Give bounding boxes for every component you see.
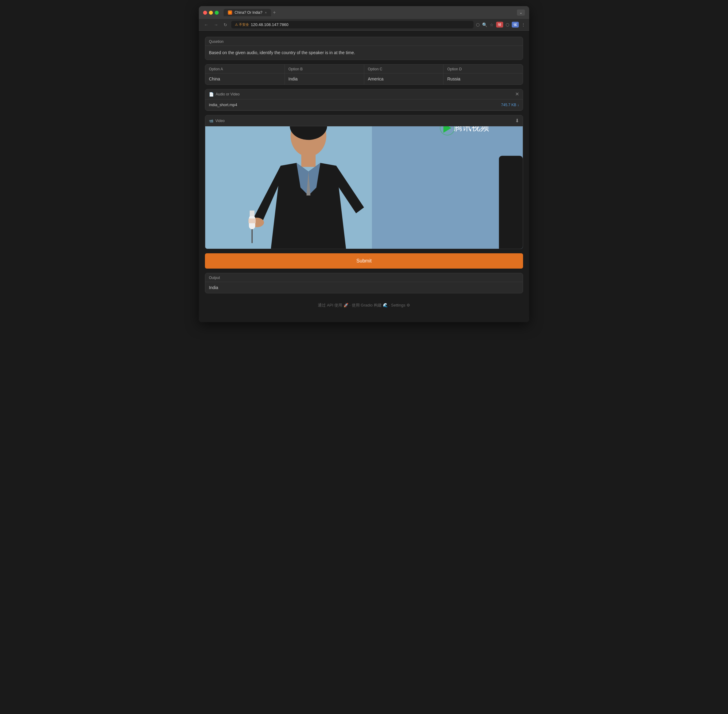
- tab-favicon-icon: 🔶: [228, 10, 232, 15]
- tab-title: China? Or India?: [235, 10, 262, 15]
- traffic-lights: [203, 11, 219, 15]
- address-bar: ← → ↻ ⚠ 不安全 120.48.108.147:7860 ⬡ 🔍 ☆ 绫 …: [199, 19, 529, 31]
- file-row: india_short.mp4 745.7 KB ↓: [205, 99, 523, 110]
- security-label: 不安全: [239, 22, 249, 27]
- option-d-cell: Option D Russia: [443, 64, 523, 84]
- file-size-download-link[interactable]: 745.7 KB ↓: [501, 103, 519, 107]
- footer: 通过 API 使用 🚀 · 使用 Gradio 构建 🌊 · Settings …: [205, 298, 523, 313]
- page-content: Qusetion Based on the given audio, ident…: [199, 31, 529, 322]
- file-upload-panel: 📄 Audio or Video ✕ india_short.mp4 745.7…: [205, 89, 523, 111]
- video-label: 📹 Video: [209, 119, 225, 123]
- forward-button[interactable]: →: [212, 22, 220, 28]
- extensions-icon[interactable]: ⬡: [506, 22, 509, 27]
- file-panel-header: 📄 Audio or Video ✕: [205, 89, 523, 99]
- svg-rect-9: [249, 218, 255, 224]
- option-c-label: Option C: [364, 64, 443, 74]
- svg-rect-4: [301, 155, 316, 167]
- question-panel: Qusetion Based on the given audio, ident…: [205, 37, 523, 60]
- address-input[interactable]: ⚠ 不安全 120.48.108.147:7860: [231, 21, 473, 28]
- option-a-value: China: [205, 74, 285, 84]
- zoom-icon[interactable]: 🔍: [482, 22, 487, 27]
- file-upload-label: Audio or Video: [216, 92, 240, 96]
- video-container[interactable]: 腾讯视频: [205, 126, 523, 249]
- file-upload-icon: 📄: [209, 92, 214, 97]
- refresh-button[interactable]: ↻: [222, 22, 229, 28]
- video-download-button[interactable]: ⬇: [515, 118, 519, 124]
- profile-badge-2[interactable]: 铖: [512, 22, 519, 27]
- video-scene: 腾讯视频: [205, 126, 523, 249]
- tab-bar: 🔶 China? Or India? × +: [223, 9, 514, 16]
- profile-badge-1[interactable]: 绫: [496, 22, 503, 27]
- address-icons: ⬡ 🔍 ☆ 绫 ⬡ 铖 ⋮: [476, 22, 526, 27]
- back-button[interactable]: ←: [202, 22, 210, 28]
- file-panel-close-button[interactable]: ✕: [515, 92, 519, 97]
- cast-icon[interactable]: ⬡: [476, 22, 479, 27]
- option-b-cell: Option B India: [285, 64, 364, 84]
- video-icon: 📹: [209, 119, 214, 123]
- active-tab[interactable]: 🔶 China? Or India? ×: [223, 9, 271, 16]
- output-value: India: [205, 282, 523, 293]
- minimize-window-button[interactable]: [209, 11, 213, 15]
- option-b-value: India: [285, 74, 364, 84]
- svg-text:腾讯视频: 腾讯视频: [454, 126, 489, 132]
- question-text: Based on the given audio, identify the c…: [209, 50, 519, 56]
- window-controls-right: ⌄: [517, 9, 525, 16]
- browser-window: 🔶 China? Or India? × + ⌄ ← → ↻ ⚠ 不安全 120…: [199, 6, 529, 322]
- options-grid: Option A China Option B India Option C A…: [205, 64, 523, 85]
- question-body: Based on the given audio, identify the c…: [205, 46, 523, 60]
- close-window-button[interactable]: [203, 11, 207, 15]
- bookmark-icon[interactable]: ☆: [490, 22, 494, 27]
- video-scene-svg: 腾讯视频: [205, 126, 523, 249]
- tab-close-button[interactable]: ×: [265, 11, 267, 14]
- output-label: Output: [205, 273, 523, 282]
- video-header: 📹 Video ⬇: [205, 116, 523, 126]
- svg-rect-7: [250, 210, 255, 216]
- video-label-text: Video: [215, 119, 225, 123]
- file-name: india_short.mp4: [209, 102, 237, 107]
- title-bar: 🔶 China? Or India? × + ⌄: [199, 6, 529, 19]
- option-a-cell: Option A China: [205, 64, 285, 84]
- address-text: 120.48.108.147:7860: [251, 22, 470, 27]
- question-label: Qusetion: [205, 37, 523, 46]
- submit-button[interactable]: Submit: [205, 253, 523, 268]
- option-c-value: America: [364, 74, 443, 84]
- file-panel-label: 📄 Audio or Video: [209, 92, 240, 97]
- maximize-window-button[interactable]: [215, 11, 219, 15]
- security-badge: ⚠ 不安全: [235, 22, 249, 27]
- svg-rect-10: [499, 156, 523, 249]
- option-b-label: Option B: [285, 64, 364, 74]
- footer-text: 通过 API 使用 🚀 · 使用 Gradio 构建 🌊 · Settings …: [318, 303, 410, 308]
- video-panel: 📹 Video ⬇: [205, 115, 523, 249]
- option-d-label: Option D: [443, 64, 523, 74]
- output-panel: Output India: [205, 273, 523, 293]
- new-tab-button[interactable]: +: [271, 10, 277, 15]
- warning-icon: ⚠: [235, 22, 238, 27]
- option-a-label: Option A: [205, 64, 285, 74]
- tabs-chevron-button[interactable]: ⌄: [517, 9, 525, 16]
- option-d-value: Russia: [443, 74, 523, 84]
- menu-icon[interactable]: ⋮: [521, 22, 526, 27]
- option-c-cell: Option C America: [364, 64, 443, 84]
